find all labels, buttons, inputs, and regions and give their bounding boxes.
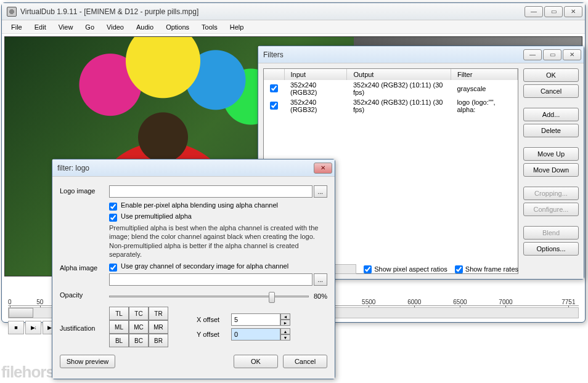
moveup-button[interactable]: Move Up [523,147,579,161]
tick: 7000 [499,299,512,305]
blend-button: Blend [523,226,579,240]
configure-button: Configure... [523,203,579,216]
movedown-button[interactable]: Move Down [523,163,579,177]
show-fps-option[interactable]: Show frame rates [455,265,518,273]
just-mc[interactable]: MC [129,320,149,334]
xoffset-input[interactable] [231,313,280,326]
main-minimize-button[interactable]: — [525,6,543,17]
table-row[interactable]: 352x240 (RGB32) 352x240 (RGB32) (10:11) … [264,80,518,97]
xoffset-label: X offset [197,316,227,323]
filters-title: Filters [263,50,523,59]
tick: 6500 [453,299,467,305]
row-checkbox[interactable] [270,102,278,110]
cell-input: 352x240 (RGB32) [284,97,347,115]
just-bc[interactable]: BC [129,334,149,347]
menu-view[interactable]: View [53,22,79,33]
slider-knob[interactable] [269,292,275,303]
opacity-label: Opacity [60,289,104,299]
tick: 7751 [561,299,575,305]
just-mr[interactable]: MR [149,320,168,334]
row-checkbox[interactable] [270,84,278,92]
filters-minimize-button[interactable]: — [523,49,542,60]
use-gray-option[interactable]: Use gray channel of secondary image for … [109,262,327,272]
tick: 0 [8,299,12,305]
filters-close-button[interactable]: ✕ [563,49,581,60]
alpha-image-label: Alpha image [60,262,104,272]
main-title: VirtualDub 1.9.11 - [EMINEM & D12 - purp… [7,7,525,17]
yoffset-label: Y offset [197,331,227,338]
col-input[interactable]: Input [284,69,347,80]
menu-video[interactable]: Video [101,22,129,33]
main-close-button[interactable]: ✕ [564,6,582,17]
stop-button[interactable]: ■ [8,321,24,334]
logo-ok-button[interactable]: OK [234,355,278,368]
logo-titlebar: filter: logo ✕ [52,159,335,177]
menu-help[interactable]: Help [224,22,250,33]
menu-options[interactable]: Options [160,22,195,33]
delete-button[interactable]: Delete [523,124,579,137]
table-row[interactable]: 352x240 (RGB32) 352x240 (RGB32) (10:11) … [264,97,518,115]
just-tl[interactable]: TL [109,307,129,320]
cropping-button: Cropping... [523,187,579,200]
menu-edit[interactable]: Edit [29,22,52,33]
justification-grid: TL TC TR ML MC MR BL BC BR [109,307,168,347]
filters-maximize-button[interactable]: ▭ [543,49,561,60]
tick: 5500 [362,299,375,305]
main-titlebar: VirtualDub 1.9.11 - [EMINEM & D12 - purp… [2,3,585,20]
cell-input: 352x240 (RGB32) [284,80,347,97]
logo-image-browse-button[interactable]: ... [314,185,327,198]
justification-label: Justification [60,323,104,332]
options-button[interactable]: Options... [523,242,579,256]
cell-filter: logo (logo:"", alpha: [451,97,517,115]
alpha-image-input[interactable] [109,273,312,286]
just-tc[interactable]: TC [129,307,149,320]
yoffset-up[interactable]: ▲ [280,328,290,334]
opacity-slider[interactable] [109,289,309,303]
xoffset-down[interactable]: ► [280,320,290,326]
col-check[interactable] [264,69,284,80]
show-preview-button[interactable]: Show preview [60,355,115,368]
logo-cancel-button[interactable]: Cancel [283,355,327,368]
show-aspect-checkbox[interactable] [364,265,372,273]
cell-output: 352x240 (RGB32) (10:11) (30 fps) [347,97,451,115]
premult-checkbox[interactable] [109,214,117,222]
just-bl[interactable]: BL [109,334,129,347]
use-gray-checkbox[interactable] [109,264,117,272]
just-ml[interactable]: ML [109,320,129,334]
opacity-value: 80% [314,292,327,300]
main-title-text: VirtualDub 1.9.11 - [EMINEM & D12 - purp… [20,7,198,16]
app-icon [7,7,17,17]
tick: 50 [36,299,43,305]
show-fps-checkbox[interactable] [455,265,463,273]
premult-option[interactable]: Use premultiplied alpha [109,212,327,222]
ok-button[interactable]: OK [523,68,579,82]
menu-go[interactable]: Go [80,22,100,33]
main-maximize-button[interactable]: ▭ [544,6,563,17]
menu-audio[interactable]: Audio [131,22,159,33]
play-input-button[interactable]: ▶ᵢ [25,321,41,334]
logo-image-label: Logo image [60,185,104,195]
scrollbar-thumb[interactable] [9,308,33,318]
cancel-button[interactable]: Cancel [523,84,579,98]
col-filter[interactable]: Filter [451,69,517,80]
menu-tools[interactable]: Tools [196,22,223,33]
logo-title: filter: logo [57,164,314,172]
logo-image-input[interactable] [109,185,312,198]
yoffset-input[interactable] [231,328,280,341]
just-br[interactable]: BR [149,334,168,347]
yoffset-down[interactable]: ▼ [280,334,290,341]
just-tr[interactable]: TR [149,307,168,320]
show-aspect-option[interactable]: Show pixel aspect ratios [364,265,447,273]
menubar: File Edit View Go Video Audio Options To… [2,20,585,34]
enable-alpha-checkbox[interactable] [109,203,117,211]
premult-desc: Premultiplied alpha is best when the alp… [109,224,327,259]
logo-close-button[interactable]: ✕ [314,163,332,174]
tick: 6000 [407,299,421,305]
col-output[interactable]: Output [347,69,451,80]
menu-file[interactable]: File [6,22,28,33]
alpha-image-browse-button[interactable]: ... [314,273,327,286]
add-button[interactable]: Add... [523,108,579,121]
cell-filter: grayscale [451,80,517,97]
enable-alpha-option[interactable]: Enable per-pixel alpha blending using al… [109,201,327,211]
xoffset-up[interactable]: ◄ [280,313,290,320]
